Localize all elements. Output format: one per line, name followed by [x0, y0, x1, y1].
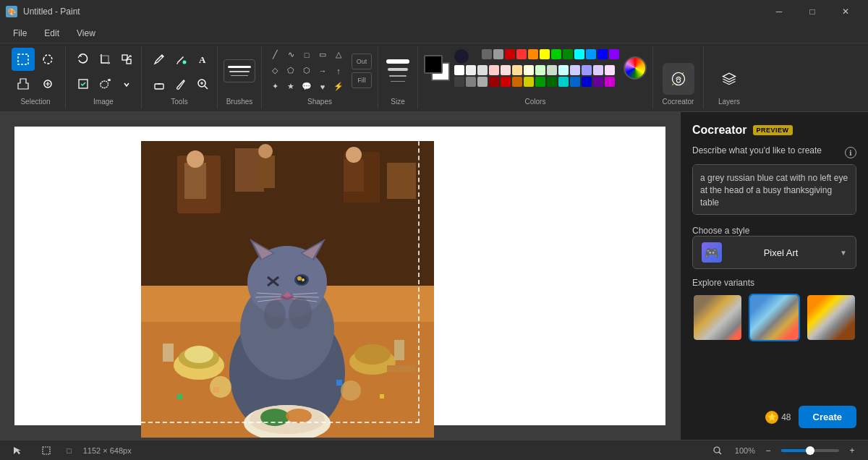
status-resize-icon[interactable]	[38, 442, 55, 459]
shape-hex[interactable]: ⬡	[299, 64, 314, 78]
eraser-tool[interactable]	[148, 72, 171, 95]
color-brownorange[interactable]	[512, 77, 522, 87]
size-xsmall[interactable]	[391, 81, 405, 82]
color-darkgray[interactable]	[470, 49, 480, 59]
color-darkgreen[interactable]	[563, 49, 573, 59]
shape-rect2[interactable]: ▭	[315, 48, 330, 62]
shape-star4[interactable]: ✦	[268, 80, 282, 94]
color-blue[interactable]	[586, 49, 596, 59]
color-darkred[interactable]	[489, 77, 499, 87]
variant-3[interactable]	[806, 294, 856, 341]
color-lightblue[interactable]	[570, 65, 580, 75]
color-yellow[interactable]	[540, 49, 550, 59]
color-indigo[interactable]	[593, 77, 603, 87]
foreground-color-swatch[interactable]	[424, 55, 443, 74]
color-red[interactable]	[505, 49, 515, 59]
zoom-slider[interactable]	[781, 449, 839, 452]
color-lightgreen[interactable]	[535, 65, 545, 75]
canvas-area[interactable]	[0, 112, 680, 440]
select-option-tool[interactable]	[36, 72, 59, 95]
color-gray[interactable]	[482, 49, 492, 59]
maximize-button[interactable]: □	[796, 0, 829, 23]
text-tool[interactable]: A	[191, 48, 214, 71]
select-inverse-tool[interactable]	[12, 72, 35, 95]
color-lightgray[interactable]	[493, 49, 503, 59]
style-dropdown[interactable]: 🎮 Pixel Art ▼	[692, 236, 856, 269]
cocreator-panel-button[interactable]	[663, 63, 694, 95]
shape-star[interactable]: ★	[284, 80, 298, 94]
color-midgray[interactable]	[466, 77, 476, 87]
description-textarea[interactable]: a grey russian blue cat with no left eye…	[692, 164, 856, 215]
zoom-settings-icon[interactable]	[706, 439, 729, 461]
color-lavender[interactable]	[582, 65, 592, 75]
color-lightpink[interactable]	[489, 65, 499, 75]
color-teal[interactable]	[558, 77, 569, 87]
create-button[interactable]: Create	[799, 406, 856, 428]
color-purple[interactable]	[609, 49, 619, 59]
zoom-out-button[interactable]: −	[761, 443, 775, 458]
shape-arrow-r[interactable]: →	[315, 64, 330, 78]
color-lightviolet[interactable]	[605, 65, 615, 75]
select-freeform-tool[interactable]	[36, 48, 59, 71]
magic-select-tool[interactable]	[93, 72, 116, 95]
color-preview[interactable]	[424, 55, 450, 81]
color-lightcyan[interactable]	[558, 65, 569, 75]
color-offwhite[interactable]	[477, 65, 488, 75]
color-cyan[interactable]	[574, 49, 584, 59]
shape-curve[interactable]: ∿	[284, 48, 298, 62]
shape-line[interactable]: ╱	[268, 48, 282, 62]
color-picker-rainbow[interactable]	[624, 56, 647, 80]
pencil-tool[interactable]	[148, 48, 171, 71]
shape-diamond[interactable]: ◇	[268, 64, 282, 78]
status-select-icon[interactable]	[9, 442, 26, 459]
shape-lightning[interactable]: ⚡	[331, 80, 346, 94]
shape-pent[interactable]: ⬠	[284, 64, 298, 78]
fill-dropdown[interactable]: Fill	[352, 72, 372, 88]
layers-panel-button[interactable]	[713, 63, 745, 95]
brush-tool[interactable]	[169, 72, 192, 95]
color-green[interactable]	[551, 49, 561, 59]
color-lightpurple[interactable]	[593, 65, 603, 75]
selected-black-color[interactable]	[454, 49, 469, 64]
shape-callout[interactable]: 💬	[299, 80, 314, 94]
color-navyblue[interactable]	[582, 77, 592, 87]
shape-triangle[interactable]: △	[331, 48, 346, 62]
color-darkblue[interactable]	[597, 49, 608, 59]
variant-1[interactable]	[692, 294, 743, 341]
variant-2[interactable]	[749, 294, 799, 341]
color-lightyellow[interactable]	[524, 65, 534, 75]
menu-file[interactable]: File	[6, 25, 34, 41]
resize-tool[interactable]	[115, 48, 138, 71]
menu-view[interactable]: View	[69, 25, 103, 41]
rotate-tool[interactable]	[72, 48, 95, 71]
select-rectangle-tool[interactable]	[12, 48, 35, 71]
shape-rect[interactable]: □	[299, 48, 314, 62]
color-forestgreen[interactable]	[535, 77, 545, 87]
select-all-tool[interactable]	[72, 72, 95, 95]
color-nearwhite[interactable]	[466, 65, 476, 75]
color-silver[interactable]	[477, 77, 488, 87]
brush-dropdown[interactable]	[224, 59, 255, 82]
color-magenta[interactable]	[605, 77, 615, 87]
color-medblue[interactable]	[570, 77, 580, 87]
crop-tool[interactable]	[93, 48, 116, 71]
color-lightorange[interactable]	[512, 65, 522, 75]
color-brightred[interactable]	[516, 49, 527, 59]
size-large[interactable]	[386, 59, 409, 64]
shape-arrow-up[interactable]: ↑	[331, 64, 346, 78]
color-mintgreen[interactable]	[547, 65, 557, 75]
shape-heart[interactable]: ♥	[315, 80, 330, 94]
color-medred[interactable]	[501, 77, 511, 87]
fill-tool[interactable]	[169, 48, 192, 71]
color-darkgray2[interactable]	[454, 77, 464, 87]
zoom-tool[interactable]	[191, 72, 214, 95]
minimize-button[interactable]: ─	[762, 0, 796, 23]
image-dropdown-tool[interactable]	[115, 72, 138, 95]
info-icon[interactable]: ℹ	[845, 147, 856, 158]
size-medium[interactable]	[388, 68, 408, 71]
zoom-in-button[interactable]: +	[845, 443, 859, 458]
color-white[interactable]	[454, 65, 464, 75]
color-darkyellow[interactable]	[524, 77, 534, 87]
menu-edit[interactable]: Edit	[37, 25, 67, 41]
color-orange[interactable]	[528, 49, 538, 59]
